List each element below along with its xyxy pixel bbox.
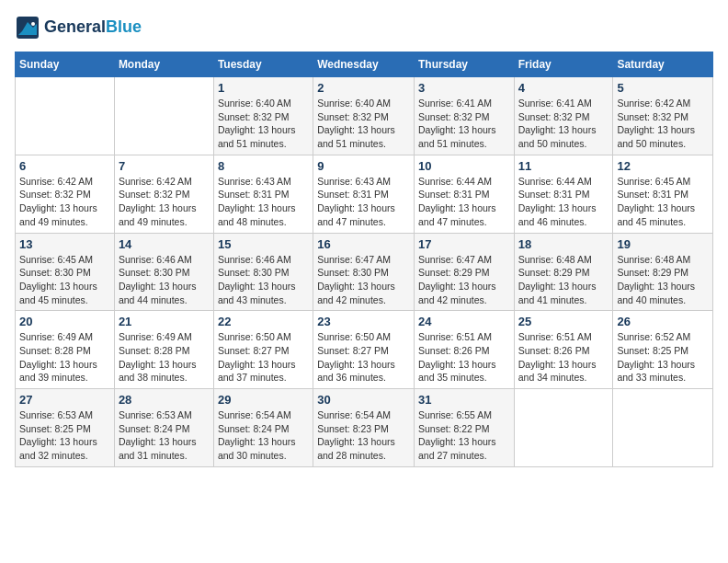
day-info: Sunrise: 6:45 AM Sunset: 8:30 PM Dayligh… bbox=[19, 253, 110, 307]
calendar-cell: 10Sunrise: 6:44 AM Sunset: 8:31 PM Dayli… bbox=[414, 155, 514, 233]
calendar-cell: 23Sunrise: 6:50 AM Sunset: 8:27 PM Dayli… bbox=[313, 311, 415, 389]
day-number: 31 bbox=[418, 393, 510, 407]
calendar-cell: 15Sunrise: 6:46 AM Sunset: 8:30 PM Dayli… bbox=[213, 233, 313, 311]
day-number: 16 bbox=[317, 237, 410, 251]
day-number: 28 bbox=[119, 393, 210, 407]
calendar-cell bbox=[613, 389, 713, 467]
day-info: Sunrise: 6:43 AM Sunset: 8:31 PM Dayligh… bbox=[218, 175, 309, 229]
calendar-cell: 22Sunrise: 6:50 AM Sunset: 8:27 PM Dayli… bbox=[213, 311, 313, 389]
day-number: 30 bbox=[317, 393, 410, 407]
day-number: 10 bbox=[418, 159, 510, 173]
day-info: Sunrise: 6:51 AM Sunset: 8:26 PM Dayligh… bbox=[418, 330, 510, 385]
calendar-cell: 3Sunrise: 6:41 AM Sunset: 8:32 PM Daylig… bbox=[414, 77, 514, 155]
weekday-header: Friday bbox=[514, 52, 613, 77]
calendar-cell: 2Sunrise: 6:40 AM Sunset: 8:32 PM Daylig… bbox=[313, 77, 415, 155]
calendar-cell: 20Sunrise: 6:49 AM Sunset: 8:28 PM Dayli… bbox=[16, 311, 115, 389]
calendar-cell: 27Sunrise: 6:53 AM Sunset: 8:25 PM Dayli… bbox=[16, 389, 115, 467]
day-info: Sunrise: 6:42 AM Sunset: 8:32 PM Dayligh… bbox=[119, 175, 210, 229]
day-number: 2 bbox=[317, 81, 410, 95]
day-number: 6 bbox=[19, 159, 110, 173]
day-info: Sunrise: 6:48 AM Sunset: 8:29 PM Dayligh… bbox=[518, 253, 609, 307]
calendar-cell: 8Sunrise: 6:43 AM Sunset: 8:31 PM Daylig… bbox=[213, 155, 313, 233]
calendar-cell: 4Sunrise: 6:41 AM Sunset: 8:32 PM Daylig… bbox=[514, 77, 613, 155]
day-number: 4 bbox=[518, 81, 609, 95]
day-info: Sunrise: 6:44 AM Sunset: 8:31 PM Dayligh… bbox=[518, 175, 609, 229]
day-info: Sunrise: 6:40 AM Sunset: 8:32 PM Dayligh… bbox=[218, 97, 309, 151]
day-info: Sunrise: 6:55 AM Sunset: 8:22 PM Dayligh… bbox=[418, 408, 510, 463]
calendar-cell: 30Sunrise: 6:54 AM Sunset: 8:23 PM Dayli… bbox=[313, 389, 415, 467]
day-number: 17 bbox=[418, 237, 510, 251]
day-info: Sunrise: 6:46 AM Sunset: 8:30 PM Dayligh… bbox=[119, 253, 210, 307]
day-number: 25 bbox=[518, 315, 609, 328]
calendar-cell bbox=[114, 77, 213, 155]
calendar-week-row: 13Sunrise: 6:45 AM Sunset: 8:30 PM Dayli… bbox=[16, 233, 713, 311]
weekday-header: Monday bbox=[114, 52, 213, 77]
day-number: 7 bbox=[119, 159, 210, 173]
logo-text: GeneralBlue bbox=[44, 18, 142, 37]
calendar-week-row: 27Sunrise: 6:53 AM Sunset: 8:25 PM Dayli… bbox=[16, 389, 713, 467]
day-info: Sunrise: 6:43 AM Sunset: 8:31 PM Dayligh… bbox=[317, 175, 410, 229]
day-info: Sunrise: 6:40 AM Sunset: 8:32 PM Dayligh… bbox=[317, 97, 410, 151]
day-info: Sunrise: 6:46 AM Sunset: 8:30 PM Dayligh… bbox=[218, 253, 309, 307]
day-number: 29 bbox=[218, 393, 309, 407]
calendar-cell: 13Sunrise: 6:45 AM Sunset: 8:30 PM Dayli… bbox=[16, 233, 115, 311]
day-info: Sunrise: 6:50 AM Sunset: 8:27 PM Dayligh… bbox=[218, 330, 309, 385]
calendar-cell: 14Sunrise: 6:46 AM Sunset: 8:30 PM Dayli… bbox=[114, 233, 213, 311]
day-info: Sunrise: 6:53 AM Sunset: 8:24 PM Dayligh… bbox=[119, 408, 210, 463]
weekday-header: Wednesday bbox=[313, 52, 415, 77]
day-info: Sunrise: 6:41 AM Sunset: 8:32 PM Dayligh… bbox=[418, 97, 510, 151]
day-number: 3 bbox=[418, 81, 510, 95]
calendar-cell: 11Sunrise: 6:44 AM Sunset: 8:31 PM Dayli… bbox=[514, 155, 613, 233]
calendar-cell: 19Sunrise: 6:48 AM Sunset: 8:29 PM Dayli… bbox=[613, 233, 713, 311]
day-info: Sunrise: 6:52 AM Sunset: 8:25 PM Dayligh… bbox=[617, 330, 709, 385]
calendar-cell: 5Sunrise: 6:42 AM Sunset: 8:32 PM Daylig… bbox=[613, 77, 713, 155]
day-number: 18 bbox=[518, 237, 609, 251]
day-number: 11 bbox=[518, 159, 609, 173]
calendar-cell: 24Sunrise: 6:51 AM Sunset: 8:26 PM Dayli… bbox=[414, 311, 514, 389]
calendar-week-row: 1Sunrise: 6:40 AM Sunset: 8:32 PM Daylig… bbox=[16, 77, 713, 155]
day-number: 15 bbox=[218, 237, 309, 251]
day-number: 8 bbox=[218, 159, 309, 173]
day-info: Sunrise: 6:41 AM Sunset: 8:32 PM Dayligh… bbox=[518, 97, 609, 151]
day-info: Sunrise: 6:42 AM Sunset: 8:32 PM Dayligh… bbox=[19, 175, 110, 229]
weekday-header: Sunday bbox=[16, 52, 115, 77]
day-info: Sunrise: 6:49 AM Sunset: 8:28 PM Dayligh… bbox=[119, 330, 210, 385]
calendar-cell: 16Sunrise: 6:47 AM Sunset: 8:30 PM Dayli… bbox=[313, 233, 415, 311]
calendar-cell: 17Sunrise: 6:47 AM Sunset: 8:29 PM Dayli… bbox=[414, 233, 514, 311]
calendar-cell: 26Sunrise: 6:52 AM Sunset: 8:25 PM Dayli… bbox=[613, 311, 713, 389]
day-info: Sunrise: 6:51 AM Sunset: 8:26 PM Dayligh… bbox=[518, 330, 609, 385]
day-info: Sunrise: 6:42 AM Sunset: 8:32 PM Dayligh… bbox=[617, 97, 709, 151]
day-number: 22 bbox=[218, 315, 309, 328]
logo: GeneralBlue bbox=[15, 15, 142, 40]
calendar-cell: 6Sunrise: 6:42 AM Sunset: 8:32 PM Daylig… bbox=[16, 155, 115, 233]
day-number: 24 bbox=[418, 315, 510, 328]
calendar-cell: 7Sunrise: 6:42 AM Sunset: 8:32 PM Daylig… bbox=[114, 155, 213, 233]
weekday-header-row: SundayMondayTuesdayWednesdayThursdayFrid… bbox=[16, 52, 713, 77]
day-number: 20 bbox=[19, 315, 110, 328]
calendar-cell: 1Sunrise: 6:40 AM Sunset: 8:32 PM Daylig… bbox=[213, 77, 313, 155]
day-number: 12 bbox=[617, 159, 709, 173]
day-info: Sunrise: 6:54 AM Sunset: 8:23 PM Dayligh… bbox=[317, 408, 410, 463]
day-info: Sunrise: 6:50 AM Sunset: 8:27 PM Dayligh… bbox=[317, 330, 410, 385]
day-info: Sunrise: 6:53 AM Sunset: 8:25 PM Dayligh… bbox=[19, 408, 110, 463]
day-number: 1 bbox=[218, 81, 309, 95]
calendar-cell: 25Sunrise: 6:51 AM Sunset: 8:26 PM Dayli… bbox=[514, 311, 613, 389]
weekday-header: Thursday bbox=[414, 52, 514, 77]
day-number: 13 bbox=[19, 237, 110, 251]
logo-icon bbox=[15, 15, 40, 40]
day-number: 26 bbox=[617, 315, 709, 328]
day-info: Sunrise: 6:44 AM Sunset: 8:31 PM Dayligh… bbox=[418, 175, 510, 229]
calendar-week-row: 20Sunrise: 6:49 AM Sunset: 8:28 PM Dayli… bbox=[16, 311, 713, 389]
weekday-header: Tuesday bbox=[213, 52, 313, 77]
calendar-table: SundayMondayTuesdayWednesdayThursdayFrid… bbox=[15, 52, 713, 467]
calendar-cell: 12Sunrise: 6:45 AM Sunset: 8:31 PM Dayli… bbox=[613, 155, 713, 233]
page-header: GeneralBlue bbox=[15, 15, 713, 40]
day-number: 14 bbox=[119, 237, 210, 251]
day-info: Sunrise: 6:49 AM Sunset: 8:28 PM Dayligh… bbox=[19, 330, 110, 385]
day-info: Sunrise: 6:45 AM Sunset: 8:31 PM Dayligh… bbox=[617, 175, 709, 229]
day-number: 21 bbox=[119, 315, 210, 328]
day-number: 23 bbox=[317, 315, 410, 328]
day-info: Sunrise: 6:47 AM Sunset: 8:29 PM Dayligh… bbox=[418, 253, 510, 307]
day-number: 9 bbox=[317, 159, 410, 173]
calendar-cell: 31Sunrise: 6:55 AM Sunset: 8:22 PM Dayli… bbox=[414, 389, 514, 467]
